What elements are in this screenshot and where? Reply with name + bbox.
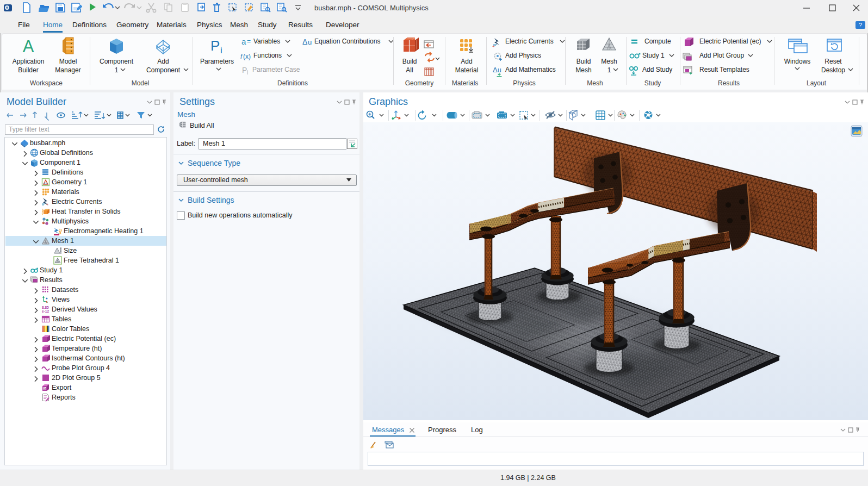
svg-text:e-12: e-12 (42, 309, 49, 313)
svg-text:a: a (241, 37, 246, 46)
svg-text:i: i (247, 70, 248, 76)
svg-text:i: i (220, 45, 222, 55)
svg-text:P: P (242, 66, 247, 74)
svg-text:8.85: 8.85 (42, 306, 49, 309)
svg-text:=: = (247, 38, 251, 45)
svg-text:A: A (23, 37, 34, 56)
svg-text:P: P (210, 38, 220, 54)
svg-text:+: + (46, 203, 48, 206)
svg-text:u: u (308, 38, 312, 46)
svg-text:+: + (492, 44, 495, 49)
svg-text:Δ: Δ (302, 38, 307, 46)
